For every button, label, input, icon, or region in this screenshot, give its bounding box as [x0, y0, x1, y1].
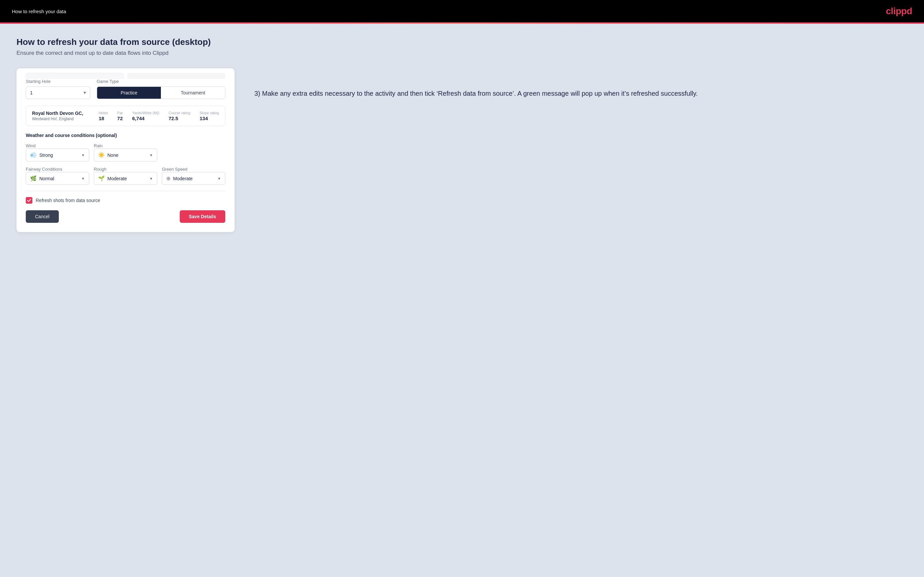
course-stats: Holes 18 Par 72 Yards/White (M)) 6,744 C… [99, 111, 219, 121]
refresh-checkbox-label: Refresh shots from data source [36, 198, 100, 203]
course-rating-label: Course rating [168, 111, 190, 115]
rain-select-wrapper[interactable]: ☀️ None Light Heavy ▼ [94, 148, 157, 161]
course-card: Royal North Devon GC, Westward Ho!, Engl… [26, 106, 225, 126]
stat-slope-rating: Slope rating 134 [200, 111, 219, 121]
hole-gametype-row: Starting Hole 1 10 ▼ Game Type Practice … [26, 79, 225, 99]
course-location: Westward Ho!, England [32, 116, 92, 121]
refresh-checkbox[interactable] [26, 197, 32, 204]
holes-value: 18 [99, 116, 104, 121]
green-speed-label: Green Speed [162, 167, 187, 172]
wind-arrow-icon: ▼ [81, 153, 85, 157]
green-speed-select-wrapper[interactable]: ⊕ Moderate Fast Slow ▼ [162, 172, 225, 185]
checkmark-icon [27, 198, 31, 202]
main-content: How to refresh your data from source (de… [0, 24, 924, 577]
course-name: Royal North Devon GC, [32, 111, 92, 116]
instruction-text: 3) Make any extra edits necessary to the… [254, 88, 908, 99]
starting-hole-select[interactable]: 1 10 [26, 87, 90, 99]
wind-select-wrapper[interactable]: 💨 Strong Calm Moderate None ▼ [26, 148, 89, 161]
fairway-select[interactable]: Normal Soft Firm [39, 176, 81, 181]
rain-select[interactable]: None Light Heavy [107, 153, 149, 158]
slope-rating-label: Slope rating [200, 111, 219, 115]
par-label: Par [117, 111, 123, 115]
stat-holes: Holes 18 [99, 111, 108, 121]
wind-select[interactable]: Strong Calm Moderate None [39, 153, 81, 158]
page-header: How to refresh your data from source (de… [16, 37, 908, 56]
instruction-panel: 3) Make any extra edits necessary to the… [254, 68, 908, 99]
game-type-group: Game Type Practice Tournament [97, 79, 225, 99]
fairway-label: Fairway Conditions [26, 167, 63, 172]
refresh-checkbox-row[interactable]: Refresh shots from data source [26, 197, 225, 204]
starting-hole-label: Starting Hole [26, 79, 90, 84]
fairway-select-wrapper[interactable]: 🌿 Normal Soft Firm ▼ [26, 172, 89, 185]
green-speed-group: Green Speed ⊕ Moderate Fast Slow ▼ [162, 166, 225, 185]
save-details-button[interactable]: Save Details [180, 210, 226, 223]
page-subtitle: Ensure the correct and most up to date d… [16, 50, 908, 56]
course-info: Royal North Devon GC, Westward Ho!, Engl… [32, 111, 92, 121]
rough-group: Rough 🌱 Moderate Light Heavy ▼ [94, 166, 157, 185]
rain-label: Rain [94, 143, 103, 148]
fairway-group: Fairway Conditions 🌿 Normal Soft Firm ▼ [26, 166, 89, 185]
rough-icon: 🌱 [98, 175, 105, 182]
cancel-button[interactable]: Cancel [26, 210, 59, 223]
fairway-arrow-icon: ▼ [81, 177, 85, 181]
yards-value: 6,744 [132, 116, 145, 121]
page-breadcrumb: How to refresh your data [12, 8, 66, 14]
rain-icon: ☀️ [98, 152, 105, 158]
rain-arrow-icon: ▼ [149, 153, 153, 157]
stat-course-rating: Course rating 72.5 [168, 111, 190, 121]
starting-hole-group: Starting Hole 1 10 ▼ [26, 79, 90, 99]
slope-rating-value: 134 [200, 116, 208, 121]
stat-par: Par 72 [117, 111, 123, 121]
tournament-button[interactable]: Tournament [161, 87, 225, 99]
green-speed-arrow-icon: ▼ [217, 177, 221, 181]
game-type-label: Game Type [97, 79, 225, 84]
course-rating-value: 72.5 [168, 116, 178, 121]
rough-arrow-icon: ▼ [149, 177, 153, 181]
wind-icon: 💨 [30, 152, 37, 158]
starting-hole-select-wrapper[interactable]: 1 10 ▼ [26, 87, 90, 99]
logo: clippd [886, 6, 912, 16]
par-value: 72 [117, 116, 123, 121]
top-bar: How to refresh your data clippd [0, 0, 924, 23]
fairway-icon: 🌿 [30, 175, 37, 182]
spacer [162, 143, 225, 161]
rain-group: Rain ☀️ None Light Heavy ▼ [94, 143, 157, 161]
action-row: Cancel Save Details [26, 210, 225, 223]
rough-select[interactable]: Moderate Light Heavy [107, 176, 149, 181]
rough-label: Rough [94, 167, 107, 172]
game-type-toggle: Practice Tournament [97, 87, 225, 99]
green-speed-select[interactable]: Moderate Fast Slow [173, 176, 217, 181]
rough-select-wrapper[interactable]: 🌱 Moderate Light Heavy ▼ [94, 172, 157, 185]
page-title: How to refresh your data from source (de… [16, 37, 908, 47]
divider [26, 191, 225, 191]
wind-rain-row: Wind 💨 Strong Calm Moderate None ▼ Rain [26, 143, 225, 161]
yards-label: Yards/White (M)) [132, 111, 159, 115]
fairway-rough-green-row: Fairway Conditions 🌿 Normal Soft Firm ▼ … [26, 166, 225, 185]
holes-label: Holes [99, 111, 108, 115]
form-card: Starting Hole 1 10 ▼ Game Type Practice … [16, 68, 234, 232]
practice-button[interactable]: Practice [97, 87, 161, 99]
green-speed-icon: ⊕ [166, 175, 170, 182]
wind-group: Wind 💨 Strong Calm Moderate None ▼ [26, 143, 89, 161]
stat-yards: Yards/White (M)) 6,744 [132, 111, 159, 121]
wind-label: Wind [26, 143, 36, 148]
conditions-title: Weather and course conditions (optional) [26, 133, 225, 138]
content-area: Starting Hole 1 10 ▼ Game Type Practice … [16, 68, 908, 232]
